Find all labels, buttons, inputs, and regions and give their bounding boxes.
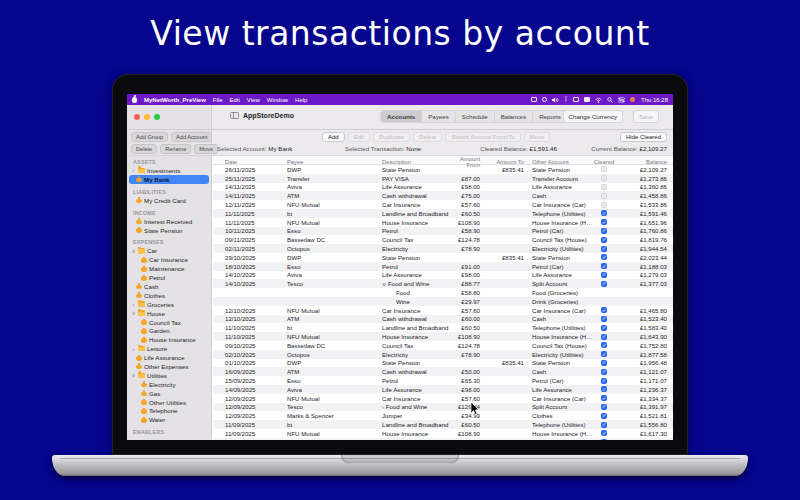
cleared-checkbox-checked[interactable]: [601, 325, 607, 331]
battery-icon[interactable]: [584, 97, 590, 102]
transaction-edit-button[interactable]: Edit: [348, 132, 370, 142]
sidebar-item-clothes[interactable]: Clothes: [127, 291, 211, 300]
cleared-checkbox-checked[interactable]: [601, 342, 607, 348]
cleared-checkbox-unchecked[interactable]: [601, 166, 607, 172]
transaction-row[interactable]: 11/10/2025btLandline and Broadband£60.50…: [213, 323, 673, 332]
cleared-checkbox-checked[interactable]: [601, 281, 607, 287]
account-move-button[interactable]: Move: [194, 144, 218, 154]
sidebar-item-my-bank[interactable]: My Bank: [129, 175, 209, 184]
transaction-duplicate-button[interactable]: Duplicate: [373, 132, 410, 142]
sidebar-item-gas[interactable]: Gas: [127, 389, 211, 398]
cleared-checkbox-checked[interactable]: [601, 228, 607, 234]
tab-payees[interactable]: Payees: [422, 111, 456, 122]
transaction-row[interactable]: 12/10/2025ATMCash withdrawal£60.00Cash£1…: [213, 315, 673, 324]
cleared-checkbox-unchecked[interactable]: [601, 175, 607, 181]
transaction-row[interactable]: 11/09/2025NFU MutualHouse Insurance£108.…: [213, 429, 673, 438]
column-header-cleared[interactable]: Cleared: [594, 159, 614, 165]
sidebar-item-telephone[interactable]: Telephone: [127, 406, 211, 415]
bluetooth-icon[interactable]: ᛒ: [564, 97, 568, 102]
cleared-checkbox-checked[interactable]: [601, 316, 607, 322]
cleared-checkbox-unchecked[interactable]: [601, 184, 607, 190]
transaction-row[interactable]: 12/09/2025Tesco›Food and Wine£129.84Spli…: [213, 403, 673, 412]
sidebar-item-utilities[interactable]: ∨Utilities: [127, 371, 211, 380]
transaction-row[interactable]: 10/11/2025EssoPetrol£58.90Petrol (Car)£1…: [213, 227, 673, 236]
tab-reports[interactable]: Reports: [533, 111, 567, 122]
sidebar-item-other-utilities[interactable]: Other Utilities: [127, 398, 211, 407]
cleared-checkbox-checked[interactable]: [601, 422, 607, 428]
transaction-row[interactable]: 02/10/2025OctopusElectricity£78.90Electr…: [213, 350, 673, 359]
transaction-row[interactable]: 15/09/2025EssoPetrol£65.30Petrol (Car)£1…: [213, 376, 673, 385]
transaction-row[interactable]: 14/11/2025AvivaLife Assurance£98.00Life …: [213, 183, 673, 192]
column-header-payee[interactable]: Payee: [287, 159, 382, 165]
transaction-add-button[interactable]: Add: [322, 132, 345, 142]
menu-window[interactable]: Window: [267, 97, 288, 103]
cleared-checkbox-checked[interactable]: [601, 430, 607, 436]
sidebar-item-council-tax[interactable]: Council Tax: [127, 318, 211, 327]
tab-schedule[interactable]: Schedule: [456, 111, 495, 122]
cleared-checkbox-checked[interactable]: [601, 254, 607, 260]
transaction-row[interactable]: 02/11/2025OctopusElectricity£78.90Electr…: [213, 244, 673, 253]
screen-mirroring-icon[interactable]: [531, 97, 537, 102]
disclosure-open-icon[interactable]: ∨: [131, 310, 136, 316]
cleared-checkbox-checked[interactable]: [601, 395, 607, 401]
spotlight-icon[interactable]: [607, 97, 613, 103]
cleared-checkbox-checked[interactable]: [601, 263, 607, 269]
menu-help[interactable]: Help: [295, 97, 307, 103]
control-center-icon[interactable]: [618, 97, 625, 103]
cleared-checkbox-unchecked[interactable]: [601, 202, 607, 208]
transaction-row[interactable]: 09/10/2025Bassetlaw DCCouncil Tax£124.78…: [213, 341, 673, 350]
sidebar-item-house[interactable]: ∨House: [127, 309, 211, 318]
account-rename-button[interactable]: Rename: [160, 144, 191, 154]
sidebar-item-cash[interactable]: Cash: [127, 282, 211, 291]
transaction-row[interactable]: 14/10/2025Tesco∨Food and Wine£88.77Split…: [213, 279, 673, 288]
sidebar-item-garden[interactable]: Garden: [127, 326, 211, 335]
sidebar-item-car[interactable]: ∨Car: [127, 246, 211, 255]
add-group-button[interactable]: Add Group: [131, 132, 168, 142]
split-disclosure-closed-icon[interactable]: ›: [382, 404, 384, 410]
disclosure-closed-icon[interactable]: ›: [131, 301, 136, 307]
hide-cleared-button[interactable]: Hide Cleared: [620, 132, 667, 142]
cleared-checkbox-checked[interactable]: [601, 351, 607, 357]
transaction-row[interactable]: 18/10/2025EssoPetrol£91.00Petrol (Car)£1…: [213, 262, 673, 271]
column-header-amount-from[interactable]: Amount From: [454, 156, 480, 168]
transaction-move-button[interactable]: Move: [524, 132, 551, 142]
sidebar-item-life-assurance[interactable]: Life Assurance: [127, 353, 211, 362]
sidebar-item-investments[interactable]: ›Investments: [127, 166, 211, 175]
sidebar-item-electricity[interactable]: Electricity: [127, 380, 211, 389]
transaction-row[interactable]: 11/11/2025btLandline and Broadband£60.50…: [213, 209, 673, 218]
transaction-row[interactable]: 12/11/2025NFU MutualCar Insurance£57.60C…: [213, 200, 673, 209]
transaction-row[interactable]: 14/11/2025ATMCash withdrawal£75.00Cash£1…: [213, 191, 673, 200]
close-window-button[interactable]: [134, 114, 140, 120]
split-disclosure-open-icon[interactable]: ∨: [382, 281, 386, 287]
shortcuts-icon[interactable]: [542, 97, 547, 102]
disclosure-open-icon[interactable]: ∨: [131, 248, 136, 254]
app-dot-icon[interactable]: [630, 97, 635, 102]
cleared-checkbox-checked[interactable]: [601, 378, 607, 384]
column-header-date[interactable]: Date: [225, 159, 287, 165]
zoom-window-button[interactable]: [154, 114, 160, 120]
sidebar-item-my-credit-card[interactable]: My Credit Card: [127, 196, 211, 205]
tab-balances[interactable]: Balances: [495, 111, 533, 122]
transaction-row[interactable]: 29/10/2025DWPState Pension£835.41State P…: [213, 253, 673, 262]
wifi-icon[interactable]: [595, 97, 602, 103]
minimize-window-button[interactable]: [144, 114, 150, 120]
cleared-checkbox-checked[interactable]: [601, 237, 607, 243]
cleared-checkbox-unchecked[interactable]: [601, 193, 607, 199]
column-header-description[interactable]: Description: [382, 159, 454, 165]
menu-view[interactable]: View: [247, 97, 260, 103]
cleared-checkbox-checked[interactable]: [601, 246, 607, 252]
cleared-checkbox-checked[interactable]: [601, 439, 607, 440]
cleared-checkbox-checked[interactable]: [601, 404, 607, 410]
sidebar-toggle-icon[interactable]: [230, 112, 239, 119]
disclosure-closed-icon[interactable]: ›: [131, 167, 136, 173]
transaction-row[interactable]: 16/09/2025ATMCash withdrawal£50.00Cash£1…: [213, 367, 673, 376]
transaction-row[interactable]: Food£58.80Food (Groceries): [213, 288, 673, 297]
cleared-checkbox-checked[interactable]: [601, 386, 607, 392]
apple-logo-icon[interactable]: [132, 97, 137, 103]
disclosure-closed-icon[interactable]: ›: [131, 346, 136, 352]
cleared-checkbox-checked[interactable]: [601, 272, 607, 278]
tab-accounts[interactable]: Accounts: [381, 111, 422, 122]
sidebar-item-petrol[interactable]: Petrol: [127, 273, 211, 282]
transaction-row[interactable]: Wine£29.97Drink (Groceries): [213, 297, 673, 306]
transaction-delete-button[interactable]: Delete: [413, 132, 442, 142]
